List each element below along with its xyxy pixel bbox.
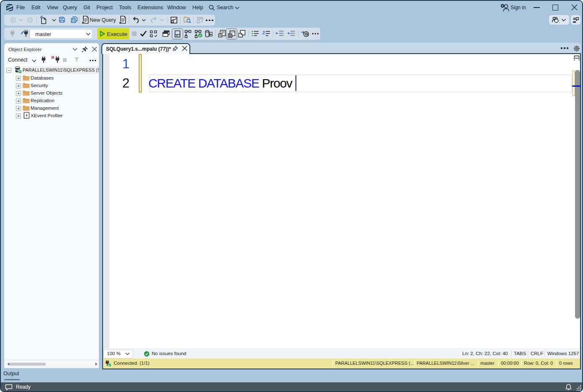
svg-text:2: 2 [262,30,265,35]
